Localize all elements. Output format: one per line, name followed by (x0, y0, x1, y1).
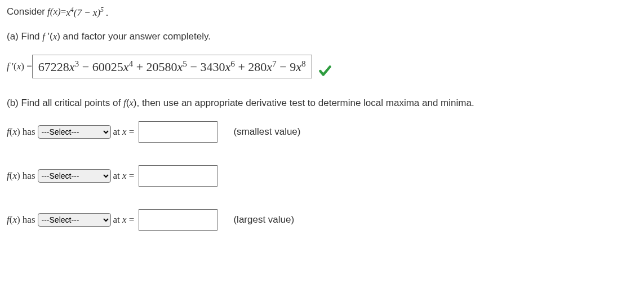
cp2-select[interactable]: ---Select--- (38, 169, 111, 183)
intro-fx: f(x) (47, 6, 61, 17)
intro-eq: = (61, 6, 66, 17)
cp2-x-input[interactable] (139, 165, 217, 187)
cp3-lead: f(x) has (7, 214, 35, 225)
critical-point-row-2: f(x) has ---Select--- at x = (7, 165, 637, 187)
correct-check-icon (318, 64, 332, 82)
critical-point-row-1: f(x) has ---Select--- at x = (smallest v… (7, 121, 637, 143)
intro-expr: x4(7 − x)5 . (66, 6, 108, 19)
problem-intro: Consider f(x) = x4(7 − x)5 . (7, 6, 637, 19)
part-b-prompt: (b) Find all critical points of f(x), th… (7, 98, 637, 109)
cp3-select[interactable]: ---Select--- (38, 213, 111, 227)
cp2-lead: f(x) has (7, 170, 35, 182)
cp1-select[interactable]: ---Select--- (38, 125, 111, 139)
fprime-lead: f '(x) = (7, 61, 32, 72)
part-a-text: (a) Find f '(x) and factor your answer c… (7, 31, 211, 42)
cp1-at: at x = (113, 126, 135, 138)
part-b-text: (b) Find all critical points of f(x), th… (7, 98, 474, 109)
cp3-trail: (largest value) (233, 214, 294, 225)
fprime-answer-box[interactable]: 67228x3 − 60025x4 + 20580x5 − 3430x6 + 2… (32, 55, 312, 78)
cp3-x-input[interactable] (139, 209, 217, 231)
part-a-answer-row: f '(x) = 67228x3 − 60025x4 + 20580x5 − 3… (7, 55, 637, 78)
cp1-x-input[interactable] (139, 121, 217, 143)
part-a-prompt: (a) Find f '(x) and factor your answer c… (7, 31, 637, 42)
critical-point-row-3: f(x) has ---Select--- at x = (largest va… (7, 209, 637, 231)
intro-consider: Consider (7, 6, 45, 17)
cp1-trail: (smallest value) (233, 126, 300, 138)
cp2-at: at x = (113, 170, 135, 182)
cp1-lead: f(x) has (7, 126, 35, 138)
cp3-at: at x = (113, 214, 135, 225)
